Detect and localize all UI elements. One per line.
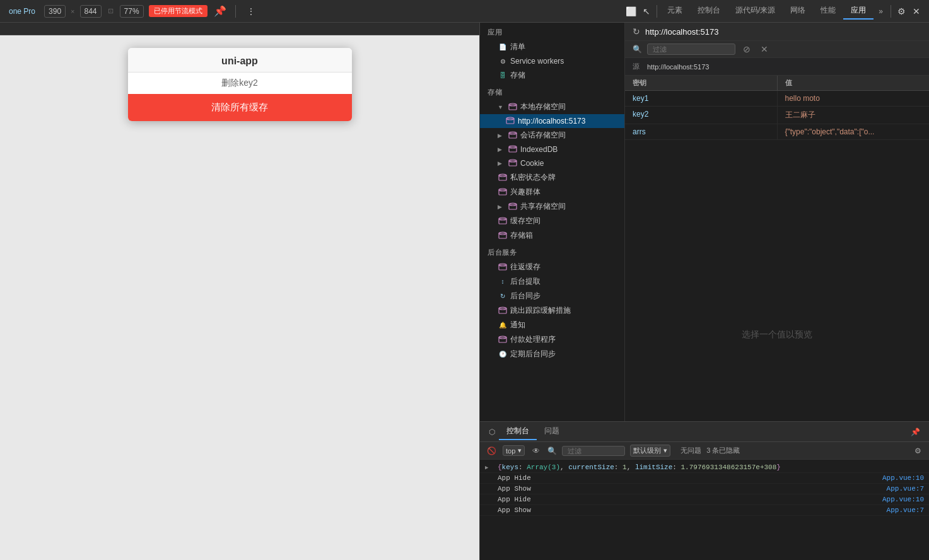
colon2-span: : (614, 464, 622, 471)
table-cell-arrs-value: {"type":"object","data":["o... (778, 124, 930, 139)
sw-label: Service workers (510, 57, 564, 66)
dt-console-toolbar: 🚫 top ▾ 👁 🔍 默认级别 ▾ 无问题 3 条已隐藏 ⚙ (480, 442, 929, 460)
more-icon[interactable]: ⋮ (243, 4, 259, 19)
shared-storage-expand[interactable]: ▶ (498, 204, 505, 210)
cookie-expand[interactable]: ▶ (498, 160, 505, 166)
tree-item-payment[interactable]: 付款处理程序 (480, 332, 624, 347)
session-expand[interactable]: ▶ (498, 132, 505, 139)
tree-item-cache-storage[interactable]: 缓存空间 (480, 214, 624, 228)
tree-item-shared-storage[interactable]: ▶ 共享存储空间 (480, 199, 624, 214)
interest-groups-icon (498, 187, 508, 197)
tree-item-manifest[interactable]: 📄 清单 (480, 40, 624, 54)
tree-item-service-workers[interactable]: ⚙ Service workers (480, 54, 624, 68)
back-cache-label: 往返缓存 (510, 262, 540, 272)
bg-fetch-icon: ↕ (498, 277, 508, 287)
refresh-icon[interactable]: ↻ (633, 26, 640, 37)
indexeddb-expand[interactable]: ▶ (498, 146, 505, 153)
payment-icon (498, 335, 508, 345)
close-filter-btn[interactable]: ✕ (758, 44, 771, 54)
nav-sep-2 (891, 5, 891, 18)
close-brace-span: } (776, 464, 781, 471)
tab-source[interactable]: 源代码/来源 (728, 3, 783, 20)
top-toolbar: one Pro 390 × 844 ⊡ 77% 已停用节流模式 📌 ⋮ ⬜ ↖ … (0, 0, 929, 23)
cursor-icon[interactable]: ↖ (639, 4, 654, 19)
local-storage-icon (508, 102, 518, 112)
console-settings-icon[interactable]: ⚙ (911, 445, 924, 457)
size-val-span: 1 (622, 464, 627, 471)
table-cell-key1-key: key1 (625, 91, 778, 106)
list-item[interactable]: App Show App.vue:7 (480, 484, 929, 494)
dt-body: 应用 📄 清单 ⚙ Service workers 🗄 存储 (480, 23, 929, 421)
list-item[interactable]: App Hide App.vue:10 (480, 494, 929, 505)
console-pin-icon[interactable]: 📌 (907, 425, 924, 439)
table-row[interactable]: key1 hello moto (625, 91, 929, 107)
tree-item-periodic-sync[interactable]: 🕐 定期后台同步 (480, 347, 624, 361)
localhost-icon (505, 116, 515, 126)
console-level-dropdown[interactable]: 默认级别 ▾ (630, 445, 670, 457)
pinned-icon[interactable]: 📌 (213, 4, 228, 19)
app-show-source-1[interactable]: App.vue:7 (887, 485, 924, 493)
tree-item-bg-fetch[interactable]: ↕ 后台提取 (480, 274, 624, 289)
width-label[interactable]: 390 (44, 5, 66, 18)
table-row[interactable]: arrs {"type":"object","data":["o... (625, 124, 929, 140)
zoom-label[interactable]: 77% (120, 5, 144, 18)
clear-filter-btn[interactable]: ⊘ (740, 44, 753, 54)
dt-console-content[interactable]: ▶ {keys: Array(3), currentSize: 1, limit… (480, 460, 929, 560)
dt-table: 密钥 值 key1 hello moto key2 王二麻子 arrs (625, 76, 929, 248)
list-item[interactable]: ▶ {keys: Array(3), currentSize: 1, limit… (480, 462, 929, 473)
comma-span: , (560, 464, 568, 471)
app-show-source-2[interactable]: App.vue:7 (887, 506, 924, 514)
table-row[interactable]: key2 王二麻子 (625, 107, 929, 124)
app-hide-source-1[interactable]: App.vue:10 (882, 474, 924, 482)
colon3-span: : (672, 464, 681, 471)
console-expand-icon[interactable]: ⬡ (485, 425, 499, 439)
tab-network[interactable]: 网络 (783, 3, 813, 20)
console-filter-input[interactable] (562, 446, 625, 456)
tree-item-session-storage[interactable]: ▶ 会话存储空间 (480, 128, 624, 143)
tree-item-indexeddb[interactable]: ▶ IndexedDB (480, 143, 624, 156)
tree-item-localhost[interactable]: http://localhost:5173 (480, 114, 624, 128)
tree-item-bg-sync[interactable]: ↻ 后台同步 (480, 289, 624, 303)
list-item[interactable]: App Show App.vue:7 (480, 505, 929, 516)
payment-label: 付款处理程序 (510, 334, 556, 345)
tree-item-bounce-tracking[interactable]: 跳出跟踪缓解措施 (480, 303, 624, 318)
phone-delete-key2-btn[interactable]: 删除key2 (128, 73, 352, 94)
app-hide-source-2[interactable]: App.vue:10 (882, 496, 924, 503)
tab-more[interactable]: » (873, 4, 888, 18)
console-hidden-count: 3 条已隐藏 (706, 446, 740, 455)
device-mode-icon[interactable]: ⬜ (624, 4, 639, 19)
console-ban-icon[interactable]: 🚫 (485, 445, 498, 457)
tree-item-local-storage[interactable]: ▼ 本地存储空间 (480, 100, 624, 114)
tree-item-storage-app[interactable]: 🗄 存储 (480, 68, 624, 83)
filter-input[interactable] (647, 44, 735, 55)
console-no-issues: 无问题 (681, 446, 701, 455)
tree-item-interest-groups[interactable]: 兴趣群体 (480, 185, 624, 199)
device-label: one Pro (5, 6, 39, 17)
console-top-dropdown[interactable]: top ▾ (503, 445, 525, 456)
settings-icon[interactable]: ⚙ (894, 4, 909, 19)
tab-elements[interactable]: 元素 (660, 3, 690, 20)
tree-item-back-cache[interactable]: 往返缓存 (480, 260, 624, 274)
tab-console[interactable]: 控制台 (690, 3, 728, 20)
log-text: {keys: Array(3), currentSize: 1, limitSi… (498, 464, 924, 471)
local-storage-expand[interactable]: ▼ (498, 104, 505, 110)
console-level-arrow: ▾ (663, 446, 667, 455)
close-icon[interactable]: ✕ (909, 4, 924, 19)
list-item[interactable]: App Hide App.vue:10 (480, 473, 929, 484)
orientation-icon: ⊡ (108, 7, 114, 15)
console-eye-icon[interactable]: 👁 (530, 445, 542, 457)
tree-item-private-token[interactable]: 私密状态令牌 (480, 170, 624, 185)
tab-issues[interactable]: 问题 (537, 423, 567, 440)
height-label[interactable]: 844 (80, 5, 102, 18)
tab-performance[interactable]: 性能 (813, 3, 843, 20)
mode-badge[interactable]: 已停用节流模式 (149, 5, 207, 17)
source-label: 源 (633, 62, 640, 71)
tree-item-cookie[interactable]: ▶ Cookie (480, 156, 624, 170)
comma2-span: , (627, 464, 635, 471)
phone-clear-cache-btn[interactable]: 清除所有缓存 (128, 94, 352, 121)
tree-item-storage-box[interactable]: 存储箱 (480, 228, 624, 243)
tree-item-notification[interactable]: 🔔 通知 (480, 318, 624, 332)
tab-app[interactable]: 应用 (843, 3, 873, 20)
expand-arrow-icon[interactable]: ▶ (485, 464, 493, 471)
tab-console-inner[interactable]: 控制台 (499, 423, 537, 440)
